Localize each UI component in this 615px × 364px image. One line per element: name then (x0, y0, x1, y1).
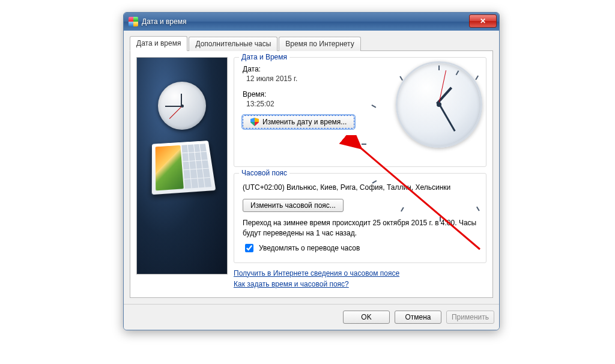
group-date-time-title: Дата и Время (239, 53, 289, 61)
time-value: 13:25:02 (243, 100, 375, 108)
window-title: Дата и время (142, 17, 186, 26)
change-date-time-button[interactable]: Изменить дату и время... (243, 115, 354, 129)
date-value: 12 июля 2015 г. (243, 74, 375, 83)
group-timezone-title: Часовой пояс (239, 169, 289, 177)
link-timezone-info[interactable]: Получить в Интернете сведения о часовом … (234, 269, 486, 278)
dst-note: Переход на зимнее время происходит 25 ок… (243, 218, 477, 238)
change-timezone-button[interactable]: Изменить часовой пояс... (243, 199, 344, 212)
dialog-content: Дата и время Дополнительные часы Время п… (124, 31, 499, 304)
dialog-footer: OK Отмена Применить (124, 304, 499, 330)
cancel-button[interactable]: Отмена (395, 311, 441, 324)
tab-additional-clocks[interactable]: Дополнительные часы (189, 37, 277, 51)
close-icon: ✕ (480, 17, 486, 25)
change-date-time-label: Изменить дату и время... (262, 118, 347, 126)
apply-button: Применить (446, 311, 494, 324)
group-date-time: Дата и Время (234, 57, 486, 167)
timezone-value: (UTC+02:00) Вильнюс, Киев, Рига, София, … (243, 183, 477, 192)
notify-dst-label: Уведомлять о переводе часов (259, 244, 360, 252)
date-time-dialog: Дата и время ✕ Дата и время Дополнительн… (123, 12, 500, 330)
tab-date-time[interactable]: Дата и время (130, 36, 187, 51)
tab-body: Дата и Время (130, 51, 493, 298)
close-button[interactable]: ✕ (469, 14, 497, 28)
titlebar: Дата и время ✕ (124, 13, 499, 31)
preview-pane (136, 57, 228, 275)
window-icon (129, 17, 138, 26)
notify-dst-checkbox[interactable] (245, 244, 253, 252)
shield-icon (250, 118, 259, 126)
group-timezone: Часовой пояс (UTC+02:00) Вильнюс, Киев, … (234, 173, 486, 263)
preview-calendar-icon (152, 141, 216, 195)
help-links: Получить в Интернете сведения о часовом … (234, 269, 486, 288)
link-how-to-set[interactable]: Как задать время и часовой пояс? (234, 280, 486, 288)
date-label: Дата: (243, 65, 375, 73)
tab-bar: Дата и время Дополнительные часы Время п… (130, 35, 493, 51)
preview-clock-icon (158, 82, 206, 130)
change-timezone-label: Изменить часовой пояс... (250, 201, 336, 210)
analog-clock (396, 61, 479, 144)
ok-button[interactable]: OK (343, 311, 390, 324)
time-label: Время: (243, 90, 375, 99)
tab-internet-time[interactable]: Время по Интернету (279, 37, 360, 51)
